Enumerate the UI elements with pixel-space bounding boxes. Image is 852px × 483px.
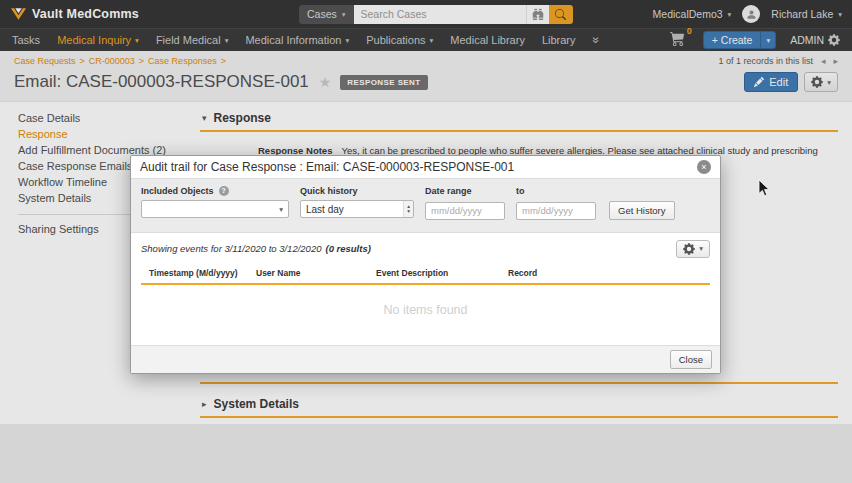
column-header-user-name: User Name (256, 268, 376, 278)
audit-actions-button[interactable]: ▾ (676, 240, 710, 258)
quick-history-label: Quick history (300, 186, 358, 196)
column-header-record: Record (508, 268, 710, 278)
date-to-input[interactable] (516, 202, 596, 220)
gear-icon (683, 243, 695, 255)
audit-table-header: Timestamp (M/d/yyyy) User Name Event Des… (141, 258, 710, 285)
dialog-title: Audit trail for Case Response : Email: C… (140, 160, 514, 174)
dialog-footer: Close (131, 345, 720, 373)
included-objects-select[interactable]: ▾ (141, 200, 289, 218)
quick-history-group: Quick history Last day ▴▾ (300, 185, 414, 220)
date-from-group: Date range (425, 185, 505, 220)
showing-events-row: Showing events for 3/11/2020 to 3/12/202… (141, 240, 710, 258)
caret-down-icon: ▾ (699, 244, 703, 253)
quick-history-value: Last day (306, 204, 344, 215)
close-icon[interactable]: × (697, 160, 711, 174)
get-history-button[interactable]: Get History (609, 201, 675, 220)
audit-filter-bar: Included Objects ? ▾ Quick history Last … (131, 178, 720, 233)
date-from-input[interactable] (425, 202, 505, 220)
quick-history-select[interactable]: Last day ▴▾ (300, 200, 414, 218)
included-objects-label: Included Objects (141, 186, 214, 196)
date-range-label: Date range (425, 186, 472, 196)
caret-down-icon: ▾ (279, 205, 283, 214)
empty-results-message: No items found (141, 285, 710, 345)
app-window: Vault MedComms Cases ▾ MedicalDemo3 ▾ (0, 0, 852, 483)
column-header-event-description: Event Description (376, 268, 508, 278)
showing-events-text: Showing events for 3/11/2020 to 3/12/202… (141, 243, 321, 254)
included-objects-group: Included Objects ? ▾ (141, 185, 289, 220)
audit-results: Showing events for 3/11/2020 to 3/12/202… (131, 233, 720, 345)
results-count: (0 results) (325, 243, 370, 254)
select-stepper-icon: ▴▾ (403, 201, 413, 217)
date-to-group: to (516, 185, 596, 220)
audit-trail-dialog: Audit trail for Case Response : Email: C… (130, 155, 721, 374)
close-button[interactable]: Close (670, 350, 712, 369)
column-header-timestamp: Timestamp (M/d/yyyy) (149, 268, 256, 278)
help-icon[interactable]: ? (219, 186, 229, 196)
date-to-label: to (516, 186, 525, 196)
dialog-header: Audit trail for Case Response : Email: C… (131, 156, 720, 178)
